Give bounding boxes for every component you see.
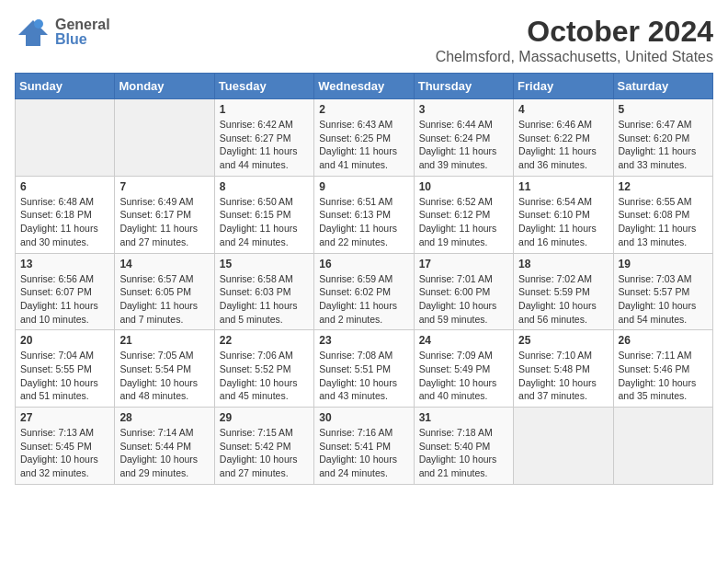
calendar-cell — [613, 408, 712, 485]
day-number: 2 — [319, 103, 408, 116]
calendar-cell: 6Sunrise: 6:48 AM Sunset: 6:18 PM Daylig… — [16, 176, 115, 253]
week-row-4: 20Sunrise: 7:04 AM Sunset: 5:55 PM Dayli… — [16, 330, 713, 408]
day-detail: Sunrise: 6:47 AM Sunset: 6:20 PM Dayligh… — [619, 118, 708, 172]
day-number: 10 — [419, 180, 508, 193]
day-number: 14 — [119, 258, 209, 270]
day-number: 18 — [518, 258, 608, 270]
day-number: 4 — [518, 103, 608, 116]
calendar-table: SundayMondayTuesdayWednesdayThursdayFrid… — [15, 73, 713, 485]
day-number: 28 — [119, 411, 209, 424]
calendar-cell: 31Sunrise: 7:18 AM Sunset: 5:40 PM Dayli… — [414, 408, 513, 485]
day-detail: Sunrise: 6:42 AM Sunset: 6:27 PM Dayligh… — [220, 118, 309, 172]
calendar-cell: 25Sunrise: 7:10 AM Sunset: 5:48 PM Dayli… — [514, 330, 613, 408]
calendar-cell: 19Sunrise: 7:03 AM Sunset: 5:57 PM Dayli… — [613, 253, 712, 330]
weekday-header-sunday: Sunday — [16, 74, 115, 99]
day-detail: Sunrise: 7:10 AM Sunset: 5:48 PM Dayligh… — [518, 349, 608, 403]
calendar-cell: 20Sunrise: 7:04 AM Sunset: 5:55 PM Dayli… — [16, 330, 115, 408]
day-detail: Sunrise: 6:43 AM Sunset: 6:25 PM Dayligh… — [319, 118, 408, 172]
day-number: 12 — [619, 180, 708, 193]
day-number: 24 — [419, 334, 508, 347]
weekday-header-wednesday: Wednesday — [314, 74, 414, 99]
day-detail: Sunrise: 7:16 AM Sunset: 5:41 PM Dayligh… — [319, 426, 408, 480]
day-number: 29 — [220, 411, 309, 424]
day-detail: Sunrise: 7:01 AM Sunset: 6:00 PM Dayligh… — [419, 272, 508, 327]
day-detail: Sunrise: 7:06 AM Sunset: 5:52 PM Dayligh… — [220, 349, 309, 403]
day-detail: Sunrise: 6:46 AM Sunset: 6:22 PM Dayligh… — [518, 118, 608, 172]
day-number: 11 — [518, 180, 608, 193]
day-number: 20 — [20, 334, 109, 347]
weekday-header-monday: Monday — [115, 74, 214, 99]
calendar-cell: 16Sunrise: 6:59 AM Sunset: 6:02 PM Dayli… — [314, 253, 414, 330]
location-text: Chelmsford, Massachusetts, United States — [436, 49, 713, 65]
day-number: 23 — [319, 334, 408, 347]
day-number: 25 — [518, 334, 608, 347]
logo-text-block: General Blue — [55, 17, 110, 47]
day-number: 26 — [619, 334, 708, 347]
day-detail: Sunrise: 6:52 AM Sunset: 6:12 PM Dayligh… — [419, 195, 508, 249]
svg-point-2 — [34, 19, 43, 29]
day-number: 22 — [220, 334, 309, 347]
calendar-cell: 7Sunrise: 6:49 AM Sunset: 6:17 PM Daylig… — [115, 176, 214, 253]
day-number: 1 — [220, 103, 309, 116]
day-number: 27 — [20, 411, 109, 424]
day-detail: Sunrise: 6:49 AM Sunset: 6:17 PM Dayligh… — [119, 195, 209, 249]
page-header: General Blue October 2024 Chelmsford, Ma… — [15, 15, 713, 65]
calendar-cell: 11Sunrise: 6:54 AM Sunset: 6:10 PM Dayli… — [514, 176, 613, 253]
calendar-cell: 23Sunrise: 7:08 AM Sunset: 5:51 PM Dayli… — [314, 330, 414, 408]
day-number: 21 — [119, 334, 209, 347]
day-detail: Sunrise: 7:09 AM Sunset: 5:49 PM Dayligh… — [419, 349, 508, 403]
calendar-cell: 13Sunrise: 6:56 AM Sunset: 6:07 PM Dayli… — [16, 253, 115, 330]
calendar-cell: 4Sunrise: 6:46 AM Sunset: 6:22 PM Daylig… — [514, 99, 613, 177]
day-detail: Sunrise: 6:44 AM Sunset: 6:24 PM Dayligh… — [419, 118, 508, 172]
calendar-cell: 22Sunrise: 7:06 AM Sunset: 5:52 PM Dayli… — [214, 330, 313, 408]
day-detail: Sunrise: 6:51 AM Sunset: 6:13 PM Dayligh… — [319, 195, 408, 249]
day-number: 13 — [20, 258, 109, 270]
calendar-cell: 2Sunrise: 6:43 AM Sunset: 6:25 PM Daylig… — [314, 99, 414, 177]
calendar-cell: 9Sunrise: 6:51 AM Sunset: 6:13 PM Daylig… — [314, 176, 414, 253]
calendar-cell — [115, 99, 214, 177]
day-number: 6 — [20, 180, 109, 193]
day-detail: Sunrise: 7:03 AM Sunset: 5:57 PM Dayligh… — [619, 272, 708, 327]
day-number: 15 — [220, 258, 309, 270]
weekday-header-row: SundayMondayTuesdayWednesdayThursdayFrid… — [16, 74, 713, 99]
calendar-cell: 28Sunrise: 7:14 AM Sunset: 5:44 PM Dayli… — [115, 408, 214, 485]
weekday-header-friday: Friday — [514, 74, 613, 99]
calendar-cell: 17Sunrise: 7:01 AM Sunset: 6:00 PM Dayli… — [414, 253, 513, 330]
week-row-2: 6Sunrise: 6:48 AM Sunset: 6:18 PM Daylig… — [16, 176, 713, 253]
day-detail: Sunrise: 7:02 AM Sunset: 5:59 PM Dayligh… — [518, 272, 608, 327]
day-detail: Sunrise: 6:48 AM Sunset: 6:18 PM Dayligh… — [20, 195, 109, 249]
day-detail: Sunrise: 6:56 AM Sunset: 6:07 PM Dayligh… — [20, 272, 109, 327]
logo-icon — [15, 15, 50, 50]
day-detail: Sunrise: 7:18 AM Sunset: 5:40 PM Dayligh… — [419, 426, 508, 480]
day-number: 3 — [419, 103, 508, 116]
weekday-header-tuesday: Tuesday — [214, 74, 313, 99]
calendar-cell — [514, 408, 613, 485]
weekday-header-saturday: Saturday — [613, 74, 712, 99]
day-number: 30 — [319, 411, 408, 424]
calendar-cell: 27Sunrise: 7:13 AM Sunset: 5:45 PM Dayli… — [16, 408, 115, 485]
logo-general: General — [55, 17, 110, 32]
day-number: 16 — [319, 258, 408, 270]
calendar-cell: 29Sunrise: 7:15 AM Sunset: 5:42 PM Dayli… — [214, 408, 313, 485]
day-number: 8 — [220, 180, 309, 193]
calendar-cell: 30Sunrise: 7:16 AM Sunset: 5:41 PM Dayli… — [314, 408, 414, 485]
calendar-cell: 10Sunrise: 6:52 AM Sunset: 6:12 PM Dayli… — [414, 176, 513, 253]
calendar-cell: 5Sunrise: 6:47 AM Sunset: 6:20 PM Daylig… — [613, 99, 712, 177]
day-number: 17 — [419, 258, 508, 270]
day-detail: Sunrise: 7:15 AM Sunset: 5:42 PM Dayligh… — [220, 426, 309, 480]
calendar-cell: 24Sunrise: 7:09 AM Sunset: 5:49 PM Dayli… — [414, 330, 513, 408]
day-detail: Sunrise: 7:11 AM Sunset: 5:46 PM Dayligh… — [619, 349, 708, 403]
week-row-5: 27Sunrise: 7:13 AM Sunset: 5:45 PM Dayli… — [16, 408, 713, 485]
month-title: October 2024 — [436, 15, 713, 49]
day-number: 9 — [319, 180, 408, 193]
day-detail: Sunrise: 7:14 AM Sunset: 5:44 PM Dayligh… — [119, 426, 209, 480]
day-detail: Sunrise: 6:55 AM Sunset: 6:08 PM Dayligh… — [619, 195, 708, 249]
calendar-cell: 14Sunrise: 6:57 AM Sunset: 6:05 PM Dayli… — [115, 253, 214, 330]
calendar-cell: 1Sunrise: 6:42 AM Sunset: 6:27 PM Daylig… — [214, 99, 313, 177]
day-detail: Sunrise: 6:50 AM Sunset: 6:15 PM Dayligh… — [220, 195, 309, 249]
calendar-cell — [16, 99, 115, 177]
calendar-cell: 12Sunrise: 6:55 AM Sunset: 6:08 PM Dayli… — [613, 176, 712, 253]
day-detail: Sunrise: 6:59 AM Sunset: 6:02 PM Dayligh… — [319, 272, 408, 327]
day-detail: Sunrise: 6:54 AM Sunset: 6:10 PM Dayligh… — [518, 195, 608, 249]
day-number: 7 — [119, 180, 209, 193]
